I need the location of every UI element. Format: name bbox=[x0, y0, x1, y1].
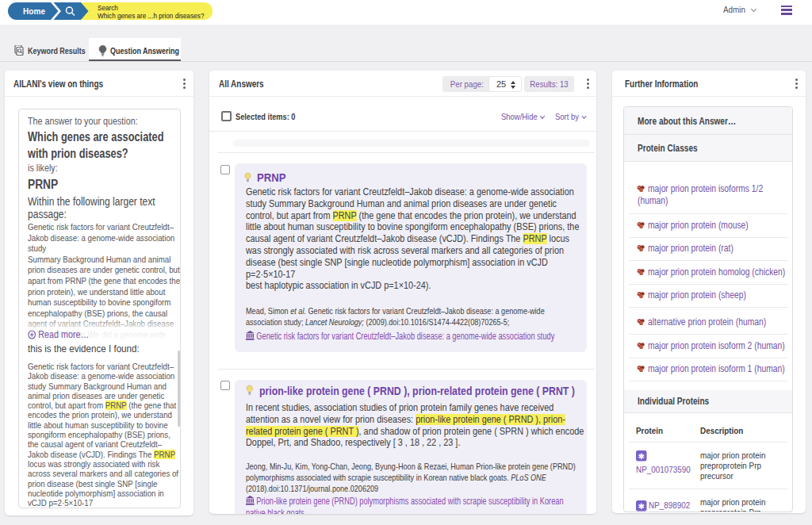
svg-text:✱: ✱ bbox=[638, 502, 645, 511]
svg-text:Home: Home bbox=[23, 7, 45, 16]
svg-text:✱: ✱ bbox=[638, 452, 645, 461]
